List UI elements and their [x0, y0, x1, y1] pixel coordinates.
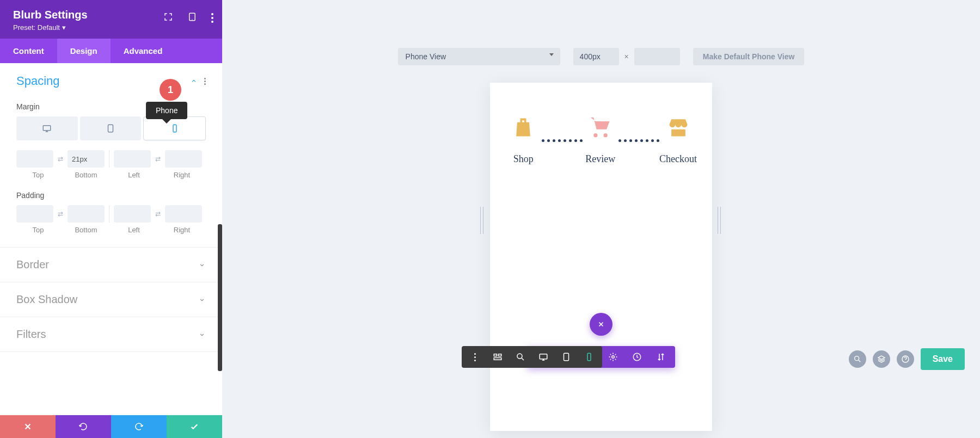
sidebar-footer	[0, 415, 222, 438]
label-bottom: Bottom	[62, 226, 110, 234]
divider	[109, 205, 109, 223]
resize-handle-right[interactable]	[718, 207, 721, 234]
scrollbar[interactable]	[218, 224, 222, 371]
section-header-box-shadow[interactable]: Box Shadow	[0, 282, 222, 317]
svg-rect-10	[494, 358, 501, 360]
view-select[interactable]	[398, 48, 560, 65]
redo-button[interactable]	[111, 415, 167, 438]
preset-selector[interactable]: Preset: Default ▾	[13, 23, 66, 32]
tablet-view-icon[interactable]	[561, 351, 572, 362]
margin-left-input[interactable]	[114, 150, 151, 168]
section-more-icon[interactable]	[204, 78, 206, 85]
step-separator	[542, 139, 583, 142]
resize-handle-left[interactable]	[480, 207, 483, 234]
layers-button[interactable]	[873, 350, 890, 368]
svg-rect-1	[192, 20, 193, 20]
history-button[interactable]	[632, 351, 642, 362]
expand-icon[interactable]	[163, 12, 173, 24]
steps-row: Shop Review Checkout	[505, 115, 697, 165]
svg-rect-4	[173, 125, 176, 132]
divider	[109, 150, 109, 168]
sidebar-header: Blurb Settings Preset: Default ▾	[0, 0, 222, 39]
svg-rect-13	[564, 353, 569, 361]
link-icon[interactable]: ⇄	[57, 210, 64, 218]
panel-body: Spacing 1 Phone Margin	[0, 63, 222, 415]
svg-rect-12	[540, 354, 547, 359]
section-header-filters[interactable]: Filters	[0, 317, 222, 351]
svg-rect-14	[587, 353, 591, 361]
help-button[interactable]	[897, 350, 914, 368]
view-select-wrap	[398, 48, 560, 65]
toolbar-more-icon[interactable]	[469, 351, 480, 362]
tab-advanced[interactable]: Advanced	[111, 39, 176, 63]
label-right: Right	[158, 171, 206, 179]
dimension-separator: ×	[624, 52, 629, 61]
section-title-filters: Filters	[16, 328, 46, 341]
undo-button[interactable]	[56, 415, 111, 438]
caret-down-icon: ▾	[62, 23, 66, 32]
label-top: Top	[14, 171, 62, 179]
search-button[interactable]	[849, 350, 866, 368]
close-fab[interactable]	[590, 313, 612, 336]
label-top: Top	[14, 226, 62, 234]
step-separator	[618, 139, 659, 142]
preview-topbar: × Make Default Phone View	[222, 48, 980, 65]
section-border: Border	[0, 248, 222, 282]
device-desktop-button[interactable]	[16, 116, 78, 140]
confirm-button[interactable]	[167, 415, 222, 438]
link-icon[interactable]: ⇄	[154, 210, 162, 218]
sort-button[interactable]	[656, 351, 666, 362]
margin-top-input[interactable]	[16, 150, 53, 168]
settings-sidebar: Blurb Settings Preset: Default ▾ Content…	[0, 0, 222, 438]
svg-rect-3	[108, 125, 113, 132]
section-header-border[interactable]: Border	[0, 248, 222, 282]
settings-button[interactable]	[608, 351, 618, 362]
tab-design[interactable]: Design	[57, 39, 111, 63]
link-icon[interactable]: ⇄	[57, 155, 64, 163]
callout-badge: 1	[160, 79, 181, 101]
padding-right-input[interactable]	[165, 205, 202, 223]
step-checkout: Checkout	[659, 115, 697, 165]
more-icon[interactable]	[211, 13, 213, 23]
zoom-icon[interactable]	[515, 351, 526, 362]
padding-top-input[interactable]	[16, 205, 53, 223]
link-icon[interactable]: ⇄	[154, 155, 162, 163]
save-button[interactable]: Save	[921, 348, 965, 370]
device-phone-button[interactable]	[143, 116, 206, 140]
margin-inputs: ⇄ ⇄	[16, 150, 206, 168]
chevron-down-icon	[198, 331, 206, 338]
chevron-up-icon	[190, 77, 198, 85]
section-header-spacing[interactable]: Spacing 1 Phone	[0, 63, 222, 99]
section-box-shadow: Box Shadow	[0, 282, 222, 317]
section-title-spacing: Spacing	[16, 74, 60, 88]
desktop-view-icon[interactable]	[538, 351, 549, 362]
padding-bottom-input[interactable]	[68, 205, 105, 223]
phone-view-icon[interactable]	[584, 351, 595, 362]
tab-content[interactable]: Content	[0, 39, 57, 63]
step-label: Review	[585, 153, 615, 165]
cancel-button[interactable]	[0, 415, 56, 438]
device-tablet-button[interactable]	[80, 116, 142, 140]
padding-left-input[interactable]	[114, 205, 151, 223]
svg-point-6	[612, 356, 615, 359]
make-default-button[interactable]: Make Default Phone View	[693, 48, 805, 65]
padding-inputs: ⇄ ⇄	[16, 205, 206, 223]
svg-rect-9	[499, 354, 501, 356]
section-title-border: Border	[16, 258, 49, 271]
step-label: Shop	[513, 153, 534, 165]
step-shop: Shop	[505, 115, 542, 165]
label-left: Left	[110, 171, 158, 179]
label-bottom: Bottom	[62, 171, 110, 179]
wireframe-icon[interactable]	[492, 351, 503, 362]
margin-bottom-input[interactable]	[68, 150, 105, 168]
view-toolbar	[462, 346, 602, 368]
responsive-device-row	[16, 116, 206, 140]
main-canvas: × Make Default Phone View Shop Review Ch…	[222, 0, 980, 438]
section-spacing: Spacing 1 Phone Margin	[0, 63, 222, 248]
tablet-icon[interactable]	[187, 12, 197, 24]
spacing-body: Margin ⇄	[0, 102, 222, 247]
margin-right-input[interactable]	[165, 150, 202, 168]
height-input[interactable]	[634, 48, 680, 65]
width-input[interactable]	[573, 48, 619, 65]
padding-label: Padding	[16, 191, 206, 200]
